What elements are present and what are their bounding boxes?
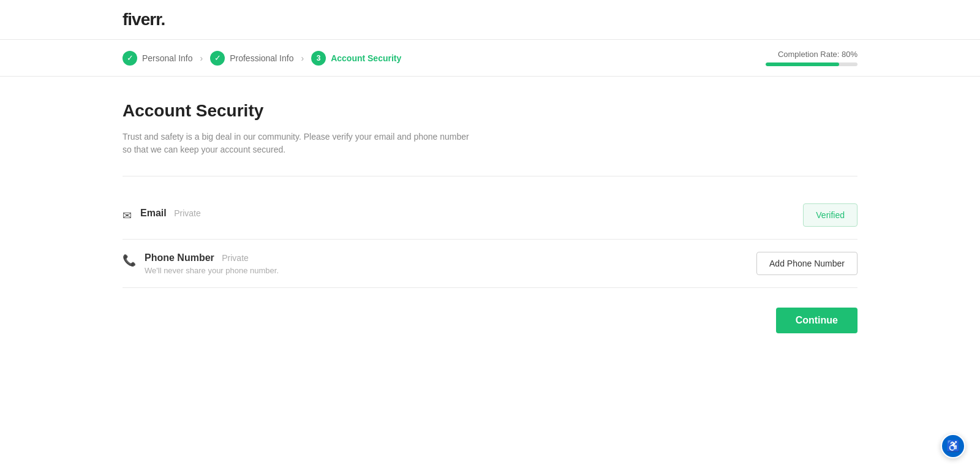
completion-bar-fill: [766, 62, 839, 66]
step-3-icon: 3: [311, 51, 326, 66]
step-1-icon: ✓: [123, 51, 137, 66]
step-professional-info: ✓ Professional Info: [210, 51, 293, 66]
page-title: Account Security: [123, 101, 858, 121]
arrow-2: ›: [301, 53, 304, 63]
completion-bar-background: [766, 62, 858, 66]
email-info: Email Private: [140, 208, 201, 219]
arrow-1: ›: [200, 53, 203, 63]
phone-private-badge: Private: [222, 253, 249, 263]
top-divider: [123, 176, 858, 176]
phone-row-left: 📞 Phone Number Private We'll never share…: [123, 252, 279, 275]
add-phone-button[interactable]: Add Phone Number: [756, 252, 858, 275]
accessibility-icon: ♿: [946, 439, 960, 453]
phone-row: 📞 Phone Number Private We'll never share…: [123, 240, 858, 288]
step-3-label: Account Security: [331, 53, 401, 63]
header: fiverr.: [0, 0, 980, 40]
logo-dot: .: [161, 10, 165, 29]
email-row: ✉ Email Private Verified: [123, 191, 858, 240]
steps: ✓ Personal Info › ✓ Professional Info › …: [123, 51, 401, 66]
completion-area: Completion Rate: 80%: [766, 50, 858, 66]
email-label: Email: [140, 208, 167, 218]
continue-button[interactable]: Continue: [776, 308, 858, 333]
progress-bar-area: ✓ Personal Info › ✓ Professional Info › …: [0, 40, 980, 77]
phone-info: Phone Number Private We'll never share y…: [145, 252, 279, 275]
logo: fiverr.: [123, 10, 858, 29]
main-content: Account Security Trust and safety is a b…: [0, 77, 980, 358]
verified-button: Verified: [803, 203, 858, 227]
phone-subtitle: We'll never share your phone number.: [145, 266, 279, 275]
step-2-label: Professional Info: [230, 53, 293, 63]
email-private-badge: Private: [174, 208, 201, 218]
step-2-icon: ✓: [210, 51, 225, 66]
step-personal-info: ✓ Personal Info: [123, 51, 193, 66]
accessibility-button[interactable]: ♿: [941, 434, 965, 458]
logo-text: fiverr: [123, 10, 161, 29]
completion-rate-label: Completion Rate: 80%: [766, 50, 858, 59]
page-description: Trust and safety is a big deal in our co…: [123, 131, 478, 156]
phone-label: Phone Number: [145, 252, 214, 263]
email-icon: ✉: [123, 209, 132, 222]
continue-row: Continue: [123, 308, 858, 333]
step-1-label: Personal Info: [142, 53, 193, 63]
email-row-left: ✉ Email Private: [123, 208, 201, 222]
phone-icon: 📞: [123, 254, 136, 267]
step-account-security: 3 Account Security: [311, 51, 401, 66]
